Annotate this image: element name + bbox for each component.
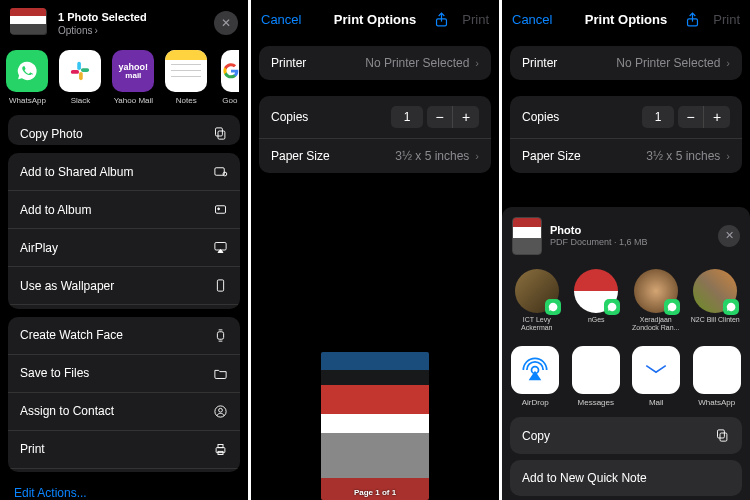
- action-watch-face[interactable]: Create Watch Face: [8, 317, 240, 355]
- settings-block: Copies 1 − + Paper Size 3½ x 5 inches ›: [259, 96, 491, 173]
- action-assign-contact[interactable]: Assign to Contact: [8, 393, 240, 431]
- action-quick-note[interactable]: Add to New Quick Note: [8, 469, 240, 472]
- increment-button[interactable]: +: [704, 106, 730, 128]
- nav-bar: Cancel Print Options Print: [502, 0, 750, 38]
- svg-rect-12: [217, 331, 223, 339]
- printer-block: Printer No Printer Selected ›: [510, 46, 742, 80]
- whatsapp-badge-icon: [604, 299, 620, 315]
- action-group-2: Add to Shared Album Add to Album AirPlay…: [8, 153, 240, 308]
- action-group-1: Copy Photo: [8, 115, 240, 145]
- wallpaper-icon: [213, 278, 228, 293]
- copies-value[interactable]: 1: [642, 106, 674, 128]
- action-airplay[interactable]: AirPlay: [8, 229, 240, 267]
- share-header: 1 Photo Selected Options › ✕: [0, 0, 248, 42]
- print-preview[interactable]: Page 1 of 1: [251, 181, 499, 500]
- svg-rect-16: [218, 444, 223, 447]
- mail-icon: [632, 346, 680, 394]
- app-slack[interactable]: Slack: [59, 50, 102, 105]
- app-whatsapp[interactable]: WhatsApp: [6, 50, 49, 105]
- app-share-row: WhatsApp Slack yahoo!mail Yahoo Mail: [0, 42, 248, 115]
- decrement-button[interactable]: −: [427, 106, 453, 128]
- airdrop-icon: [511, 346, 559, 394]
- app-mail[interactable]: Mail: [631, 346, 682, 407]
- chevron-right-icon: ›: [726, 150, 730, 162]
- app-notes[interactable]: Notes: [165, 50, 208, 105]
- printer-block: Printer No Printer Selected ›: [259, 46, 491, 80]
- edit-actions-link[interactable]: Edit Actions...: [0, 480, 248, 500]
- svg-rect-3: [71, 70, 79, 74]
- document-title: Photo: [550, 224, 648, 236]
- copies-stepper: − +: [427, 106, 479, 128]
- chevron-right-icon: ›: [475, 150, 479, 162]
- notes-icon: [165, 50, 207, 92]
- pane-print-options: Cancel Print Options Print Printer No Pr…: [251, 0, 499, 500]
- chevron-right-icon: ›: [94, 25, 97, 36]
- document-subtitle: PDF Document · 1,6 MB: [550, 237, 648, 247]
- page-caption: Page 1 of 1: [321, 488, 429, 497]
- action-wallpaper[interactable]: Use as Wallpaper: [8, 267, 240, 305]
- svg-rect-22: [647, 364, 667, 378]
- whatsapp-badge-icon: [664, 299, 680, 315]
- messages-icon: [572, 346, 620, 394]
- svg-rect-1: [81, 68, 89, 72]
- svg-rect-24: [718, 430, 725, 438]
- contact-item[interactable]: ICT Levy Ackerman: [510, 269, 564, 332]
- copies-stepper: − +: [678, 106, 730, 128]
- contacts-row: ICT Levy Ackerman nGes Xeradjaan Zondock…: [502, 263, 750, 342]
- action-print[interactable]: Print: [8, 431, 240, 469]
- share-options-link[interactable]: Options ›: [58, 25, 147, 36]
- decrement-button[interactable]: −: [678, 106, 704, 128]
- paper-size-row[interactable]: Paper Size 3½ x 5 inches ›: [510, 139, 742, 173]
- google-icon: [221, 50, 239, 92]
- close-button[interactable]: ✕: [214, 11, 238, 35]
- app-whatsapp[interactable]: WhatsApp: [692, 346, 743, 407]
- contact-item[interactable]: Xeradjaan Zondock Ran...: [629, 269, 683, 332]
- svg-rect-0: [78, 62, 82, 70]
- cancel-button[interactable]: Cancel: [512, 12, 552, 27]
- app-messages[interactable]: Messages: [571, 346, 622, 407]
- copies-row: Copies 1 − +: [259, 96, 491, 139]
- copies-value[interactable]: 1: [391, 106, 423, 128]
- shared-album-icon: [213, 164, 228, 179]
- svg-rect-2: [79, 72, 83, 80]
- svg-point-9: [218, 208, 220, 210]
- app-share-row: AirDrop Messages Mail: [502, 342, 750, 417]
- action-copy[interactable]: Copy: [510, 417, 742, 454]
- nav-bar: Cancel Print Options Print: [251, 0, 499, 38]
- cancel-button[interactable]: Cancel: [261, 12, 301, 27]
- printer-row[interactable]: Printer No Printer Selected ›: [510, 46, 742, 80]
- action-add-album[interactable]: Add to Album: [8, 191, 240, 229]
- app-google-partial[interactable]: Goo: [218, 50, 242, 105]
- sheet-header: Photo PDF Document · 1,6 MB ✕: [502, 217, 750, 263]
- settings-block: Copies 1 − + Paper Size 3½ x 5 inches ›: [510, 96, 742, 173]
- chevron-right-icon: ›: [475, 57, 479, 69]
- svg-point-14: [219, 408, 223, 412]
- printer-row[interactable]: Printer No Printer Selected ›: [259, 46, 491, 80]
- action-copy-photo[interactable]: Copy Photo: [8, 115, 240, 145]
- contact-item[interactable]: N2C Bill Clinten: [689, 269, 743, 332]
- action-add-shared-album[interactable]: Add to Shared Album: [8, 153, 240, 191]
- action-save-files[interactable]: Save to Files: [8, 355, 240, 393]
- share-icon[interactable]: [433, 11, 450, 28]
- action-icloud-link[interactable]: Copy iCloud Link: [8, 305, 240, 308]
- print-button-disabled: Print: [713, 12, 740, 27]
- share-icon[interactable]: [684, 11, 701, 28]
- print-button-disabled: Print: [462, 12, 489, 27]
- folder-icon: [213, 366, 228, 381]
- whatsapp-badge-icon: [545, 299, 561, 315]
- svg-rect-15: [216, 447, 225, 452]
- app-yahoo-mail[interactable]: yahoo!mail Yahoo Mail: [112, 50, 155, 105]
- svg-rect-4: [218, 131, 225, 139]
- print-icon: [213, 442, 228, 457]
- contact-item[interactable]: nGes: [570, 269, 624, 332]
- paper-size-row[interactable]: Paper Size 3½ x 5 inches ›: [259, 139, 491, 173]
- contact-icon: [213, 404, 228, 419]
- action-quick-note[interactable]: Add to New Quick Note: [510, 460, 742, 496]
- close-icon: ✕: [221, 16, 231, 30]
- increment-button[interactable]: +: [453, 106, 479, 128]
- preview-page: Page 1 of 1: [321, 352, 429, 500]
- share-half-sheet: Photo PDF Document · 1,6 MB ✕ ICT Levy A…: [502, 207, 750, 500]
- sheet-actions: Copy Add to New Quick Note: [502, 417, 750, 496]
- close-button[interactable]: ✕: [718, 225, 740, 247]
- app-airdrop[interactable]: AirDrop: [510, 346, 561, 407]
